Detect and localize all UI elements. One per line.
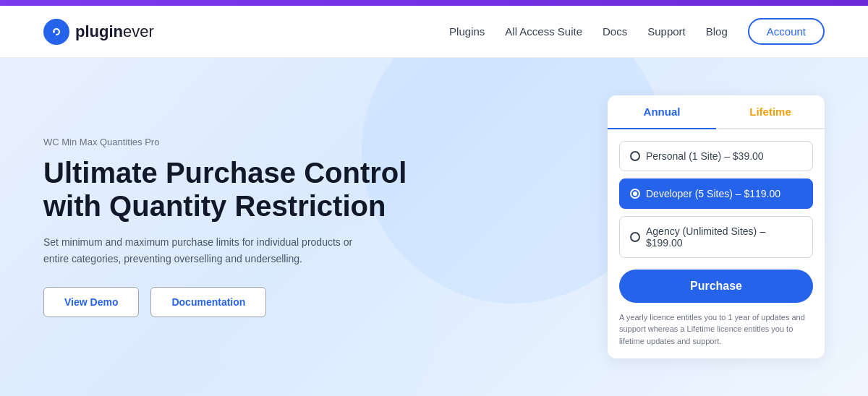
svg-point-0 <box>49 25 64 39</box>
account-button[interactable]: Account <box>748 18 825 45</box>
nav-docs[interactable]: Docs <box>603 25 627 38</box>
pricing-tabs: Annual Lifetime <box>608 95 825 129</box>
nav: Plugins All Access Suite Docs Support Bl… <box>449 18 825 45</box>
view-demo-button[interactable]: View Demo <box>43 287 139 317</box>
licence-note: A yearly licence entitles you to 1 year … <box>619 311 813 348</box>
radio-agency <box>630 232 640 242</box>
main-section: WC Min Max Quantities Pro Ultimate Purch… <box>0 58 868 396</box>
pricing-option-personal[interactable]: Personal (1 Site) – $39.00 <box>619 141 813 171</box>
pricing-option-agency[interactable]: Agency (Unlimited Sites) – $199.00 <box>619 216 813 258</box>
tab-lifetime[interactable]: Lifetime <box>716 95 825 128</box>
pricing-option-developer[interactable]: Developer (5 Sites) – $119.00 <box>619 178 813 209</box>
hero-title: Ultimate Purchase Control with Quantity … <box>43 156 448 223</box>
radio-personal <box>630 151 640 161</box>
svg-point-1 <box>53 30 55 33</box>
logo[interactable]: pluginever <box>43 19 154 45</box>
header: pluginever Plugins All Access Suite Docs… <box>0 6 868 58</box>
cta-buttons: View Demo Documentation <box>43 287 448 317</box>
nav-support[interactable]: Support <box>647 25 686 38</box>
nav-plugins[interactable]: Plugins <box>449 25 485 38</box>
pricing-body: Personal (1 Site) – $39.00 Developer (5 … <box>608 129 825 359</box>
logo-text: pluginever <box>75 22 154 41</box>
plugin-label: WC Min Max Quantities Pro <box>43 137 448 147</box>
left-content: WC Min Max Quantities Pro Ultimate Purch… <box>43 137 448 317</box>
nav-blog[interactable]: Blog <box>706 25 728 38</box>
radio-developer <box>630 189 640 199</box>
documentation-button[interactable]: Documentation <box>150 287 266 317</box>
pricing-card: Annual Lifetime Personal (1 Site) – $39.… <box>608 95 825 359</box>
top-bar <box>0 0 868 6</box>
hero-description: Set minimum and maximum purchase limits … <box>43 234 376 267</box>
nav-access-suite[interactable]: All Access Suite <box>505 25 582 38</box>
tab-annual[interactable]: Annual <box>608 95 716 129</box>
purchase-button[interactable]: Purchase <box>619 270 813 303</box>
logo-icon <box>43 19 69 45</box>
